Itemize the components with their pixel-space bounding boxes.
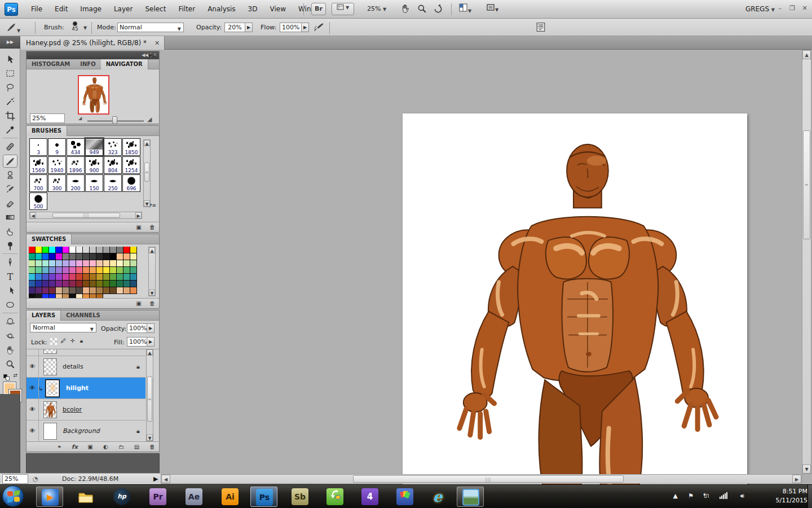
swatch-5-12[interactable] bbox=[110, 281, 117, 287]
power-icon[interactable]: 🔌︎ bbox=[703, 492, 709, 500]
layer-thumbnail[interactable] bbox=[43, 358, 57, 375]
tab-navigator[interactable]: NAVIGATOR bbox=[101, 59, 148, 69]
brush-preset-1850[interactable]: 1850 bbox=[122, 138, 140, 156]
swatch-1-7[interactable] bbox=[76, 253, 83, 260]
swatch-5-10[interactable] bbox=[96, 281, 103, 287]
taskbar-photoshop[interactable]: Ps bbox=[250, 487, 277, 507]
start-button[interactable] bbox=[2, 485, 26, 508]
zoom-tool-icon[interactable] bbox=[417, 3, 429, 15]
swatch-3-1[interactable] bbox=[36, 267, 42, 274]
brush-preset-500[interactable]: 500 bbox=[29, 192, 47, 210]
layer-name[interactable]: Background bbox=[63, 427, 100, 435]
brush-preset-1569[interactable]: 1569 bbox=[29, 156, 47, 174]
flow-field[interactable]: 100% bbox=[280, 23, 302, 32]
swatch-6-1[interactable] bbox=[36, 287, 42, 294]
dodge-tool[interactable] bbox=[3, 239, 17, 252]
layer-opacity-field[interactable]: 100% bbox=[127, 323, 147, 333]
swatch-1-15[interactable] bbox=[130, 253, 137, 260]
tab-layers[interactable]: LAYERS bbox=[27, 310, 61, 321]
menu-select[interactable]: Select bbox=[139, 0, 172, 19]
opacity-slider-arrow[interactable]: ▶ bbox=[245, 23, 253, 32]
history-brush-tool[interactable] bbox=[3, 183, 17, 196]
panel-group-header[interactable]: ◀◀ | ✕ bbox=[27, 51, 159, 59]
brush-picker-arrow[interactable]: ▼ bbox=[83, 25, 87, 30]
swatches-vscrollbar[interactable]: ▲ ▼ bbox=[148, 247, 156, 296]
swatch-2-10[interactable] bbox=[96, 260, 103, 267]
clone-stamp-tool[interactable] bbox=[3, 169, 17, 182]
taskbar-photo-app[interactable] bbox=[391, 487, 418, 507]
visibility-toggle[interactable]: 👁︎ bbox=[27, 399, 39, 421]
swatch-1-4[interactable] bbox=[56, 253, 63, 260]
swatch-6-12[interactable] bbox=[110, 287, 117, 294]
swatch-3-15[interactable] bbox=[130, 267, 137, 274]
new-swatch-icon[interactable]: ▣ bbox=[132, 299, 145, 309]
swatch-2-13[interactable] bbox=[117, 260, 123, 267]
swatch-6-2[interactable] bbox=[42, 287, 49, 294]
swatch-4-9[interactable] bbox=[90, 274, 96, 281]
brush-preset-300[interactable]: 300 bbox=[48, 174, 66, 192]
swatch-2-9[interactable] bbox=[90, 260, 96, 267]
taskbar-soundbooth[interactable]: Sb bbox=[286, 487, 314, 507]
swatch-6-11[interactable] bbox=[103, 287, 110, 294]
action-center-flag-icon[interactable]: ⚑ bbox=[688, 492, 694, 500]
brush-preset-preview[interactable]: 45 bbox=[68, 20, 82, 32]
add-mask-icon[interactable]: ▣ bbox=[83, 442, 97, 452]
taskbar-illustrator[interactable]: Ai bbox=[217, 487, 244, 507]
swatch-5-4[interactable] bbox=[56, 281, 63, 287]
swatch-5-6[interactable] bbox=[69, 281, 76, 287]
layer-fill-field[interactable]: 100% bbox=[127, 337, 147, 347]
brush-preset-949[interactable]: 949 bbox=[85, 138, 103, 156]
tab-info[interactable]: INFO bbox=[75, 59, 100, 69]
delete-layer-icon[interactable]: 🗑︎ bbox=[145, 442, 159, 452]
swatch-1-2[interactable] bbox=[42, 253, 49, 260]
swatch-1-11[interactable] bbox=[103, 253, 110, 260]
brush-preset-900[interactable]: 900 bbox=[85, 156, 103, 174]
swatch-1-1[interactable] bbox=[36, 253, 42, 260]
zoom-level-control[interactable]: 25% ▼ bbox=[361, 3, 392, 15]
swatch-4-14[interactable] bbox=[123, 274, 130, 281]
swatch-3-8[interactable] bbox=[83, 267, 90, 274]
zoom-out-icon[interactable]: ◢ bbox=[78, 116, 82, 121]
photoshop-logo-icon[interactable]: Ps bbox=[5, 3, 18, 16]
brush-preset-9[interactable]: 9 bbox=[48, 138, 66, 156]
swatch-0-4[interactable] bbox=[56, 247, 63, 253]
swatch-6-10[interactable] bbox=[96, 287, 103, 294]
brush-preset-1940[interactable]: 1940 bbox=[48, 156, 66, 174]
layer-thumbnail[interactable] bbox=[43, 423, 57, 440]
menu-image[interactable]: Image bbox=[74, 0, 108, 19]
swatch-4-4[interactable] bbox=[56, 274, 63, 281]
tab-histogram[interactable]: HISTOGRAM bbox=[27, 59, 75, 69]
arrange-documents-button[interactable]: ▼ bbox=[459, 3, 478, 15]
swatch-1-8[interactable] bbox=[83, 253, 90, 260]
swatch-1-3[interactable] bbox=[49, 253, 56, 260]
layer-row-bcolor[interactable]: 👁︎bcolor bbox=[27, 399, 145, 421]
swatch-0-15[interactable] bbox=[130, 247, 137, 253]
navigator-proxy-preview[interactable] bbox=[78, 75, 109, 115]
layer-style-icon[interactable]: fx bbox=[68, 442, 82, 452]
brushes-hscrollbar[interactable]: ◀ ||| ▶ bbox=[29, 212, 142, 219]
swatch-4-7[interactable] bbox=[76, 274, 83, 281]
swatch-6-9[interactable] bbox=[90, 287, 96, 294]
brush-preset-1254[interactable]: 1254 bbox=[122, 156, 140, 174]
document-size-info[interactable]: Doc: 22.9M/48.6M bbox=[62, 475, 118, 483]
swatch-3-11[interactable] bbox=[103, 267, 110, 274]
taskbar-after-effects[interactable]: Ae bbox=[180, 487, 208, 507]
swatch-2-14[interactable] bbox=[123, 260, 130, 267]
zoom-slider-thumb[interactable] bbox=[112, 116, 117, 124]
swatch-0-9[interactable] bbox=[90, 247, 96, 253]
menu-analysis[interactable]: Analysis bbox=[201, 0, 241, 19]
swatch-6-6[interactable] bbox=[69, 287, 76, 294]
swatch-1-14[interactable] bbox=[123, 253, 130, 260]
zoom-tool[interactable] bbox=[3, 358, 17, 371]
swatch-1-0[interactable] bbox=[29, 253, 36, 260]
swatch-2-8[interactable] bbox=[83, 260, 90, 267]
lock-all-icon[interactable]: 🔒︎ bbox=[77, 338, 86, 344]
delete-brush-icon[interactable]: 🗑︎ bbox=[145, 222, 159, 233]
opacity-field[interactable]: 20% bbox=[224, 23, 245, 32]
swatch-0-6[interactable] bbox=[69, 247, 76, 253]
swatch-5-13[interactable] bbox=[117, 281, 123, 287]
taskbar-internet-explorer[interactable]: e bbox=[424, 487, 451, 507]
swatch-5-2[interactable] bbox=[42, 281, 49, 287]
swatch-3-3[interactable] bbox=[49, 267, 56, 274]
swatch-5-1[interactable] bbox=[36, 281, 42, 287]
